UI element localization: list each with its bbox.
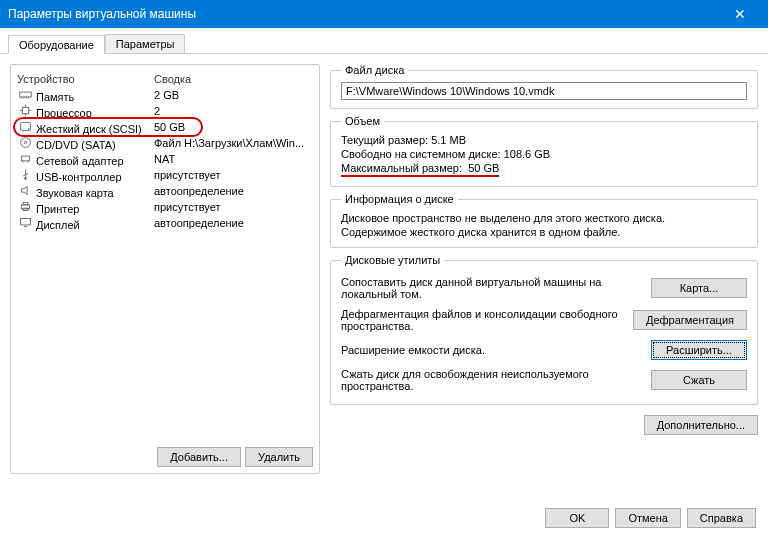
svg-rect-0	[19, 92, 30, 97]
svg-rect-19	[23, 202, 28, 204]
disk-info-group: Информация о диске Дисковое пространство…	[330, 193, 758, 248]
svg-rect-14	[21, 156, 29, 161]
cancel-button[interactable]: Отмена	[615, 508, 680, 528]
window-title: Параметры виртуальной машины	[8, 7, 196, 21]
device-name: Жесткий диск (SCSI)	[36, 123, 142, 135]
free-space: Свободно на системном диске: 108.6 GB	[341, 147, 747, 161]
svg-point-11	[27, 128, 29, 130]
compact-text: Сжать диск для освобождения неиспользуем…	[341, 368, 643, 392]
ok-button[interactable]: OK	[545, 508, 609, 528]
cpu-icon	[17, 103, 33, 117]
device-summary: присутствует	[154, 169, 313, 181]
device-row-memory[interactable]: Память2 GB	[17, 87, 313, 103]
device-list-header: Устройство Сводка	[17, 71, 313, 87]
settings-panel: Файл диска Объем Текущий размер: 5.1 MB …	[330, 64, 758, 474]
cd-icon	[17, 135, 33, 149]
device-name: CD/DVD (SATA)	[36, 139, 116, 151]
defrag-button[interactable]: Дефрагментация	[633, 310, 747, 330]
net-icon	[17, 151, 33, 165]
max-size: Максимальный размер: 50 GB	[341, 161, 747, 178]
svg-point-12	[20, 137, 30, 147]
disk-info-line1: Дисковое пространство не выделено для эт…	[341, 211, 747, 225]
tab-hardware[interactable]: Оборудование	[8, 35, 105, 54]
device-summary: присутствует	[154, 201, 313, 213]
device-row-display[interactable]: Дисплейавтоопределение	[17, 215, 313, 231]
device-name: Дисплей	[36, 219, 80, 231]
capacity-group: Объем Текущий размер: 5.1 MB Свободно на…	[330, 115, 758, 187]
printer-icon	[17, 199, 33, 213]
device-summary: 50 GB	[154, 121, 313, 133]
device-summary: 2 GB	[154, 89, 313, 101]
map-text: Сопоставить диск данной виртуальной маши…	[341, 276, 643, 300]
device-name: Память	[36, 91, 74, 103]
disk-info-legend: Информация о диске	[341, 193, 458, 205]
disk-file-legend: Файл диска	[341, 64, 408, 76]
map-button[interactable]: Карта...	[651, 278, 747, 298]
disk-info-line2: Содержимое жесткого диска хранится в одн…	[341, 225, 747, 239]
current-size: Текущий размер: 5.1 MB	[341, 133, 747, 147]
device-row-usb[interactable]: USB-контроллерприсутствует	[17, 167, 313, 183]
compact-button[interactable]: Сжать	[651, 370, 747, 390]
defrag-text: Дефрагментация файлов и консолидации сво…	[341, 308, 625, 332]
svg-rect-5	[22, 107, 29, 114]
disk-file-path[interactable]	[341, 82, 747, 100]
display-icon	[17, 215, 33, 229]
header-summary: Сводка	[154, 73, 313, 85]
sound-icon	[17, 183, 33, 197]
device-summary: NAT	[154, 153, 313, 165]
help-button[interactable]: Справка	[687, 508, 756, 528]
utilities-legend: Дисковые утилиты	[341, 254, 444, 266]
advanced-button[interactable]: Дополнительно...	[644, 415, 758, 435]
device-summary: автоопределение	[154, 185, 313, 197]
svg-rect-21	[20, 218, 30, 225]
capacity-legend: Объем	[341, 115, 384, 127]
device-name: Процессор	[36, 107, 92, 119]
dialog-footer: OK Отмена Справка	[545, 508, 756, 528]
disk-file-group: Файл диска	[330, 64, 758, 109]
device-name: Сетевой адаптер	[36, 155, 124, 167]
expand-button[interactable]: Расширить...	[651, 340, 747, 360]
memory-icon	[17, 87, 33, 101]
device-panel: Устройство Сводка Память2 GBПроцессор2Же…	[10, 64, 320, 474]
device-summary: Файл H:\Загрузки\Хлам\Win...	[154, 137, 313, 149]
usb-icon	[17, 167, 33, 181]
remove-button[interactable]: Удалить	[245, 447, 313, 467]
device-row-printer[interactable]: Принтерприсутствует	[17, 199, 313, 215]
device-row-sound[interactable]: Звуковая картаавтоопределение	[17, 183, 313, 199]
svg-point-13	[24, 141, 26, 143]
tab-strip: Оборудование Параметры	[0, 28, 768, 54]
device-row-cd[interactable]: CD/DVD (SATA)Файл H:\Загрузки\Хлам\Win..…	[17, 135, 313, 151]
device-row-net[interactable]: Сетевой адаптерNAT	[17, 151, 313, 167]
device-summary: 2	[154, 105, 313, 117]
tab-options[interactable]: Параметры	[105, 34, 186, 53]
device-name: Звуковая карта	[36, 187, 114, 199]
titlebar: Параметры виртуальной машины ✕	[0, 0, 768, 28]
expand-text: Расширение емкости диска.	[341, 344, 643, 356]
device-row-hdd[interactable]: Жесткий диск (SCSI)50 GB	[17, 119, 313, 135]
device-row-cpu[interactable]: Процессор2	[17, 103, 313, 119]
header-device: Устройство	[17, 73, 154, 85]
device-name: Принтер	[36, 203, 79, 215]
device-summary: автоопределение	[154, 217, 313, 229]
utilities-group: Дисковые утилиты Сопоставить диск данной…	[330, 254, 758, 405]
svg-point-17	[24, 177, 26, 179]
close-icon[interactable]: ✕	[720, 0, 760, 28]
add-button[interactable]: Добавить...	[157, 447, 241, 467]
device-name: USB-контроллер	[36, 171, 122, 183]
hdd-icon	[17, 119, 33, 133]
